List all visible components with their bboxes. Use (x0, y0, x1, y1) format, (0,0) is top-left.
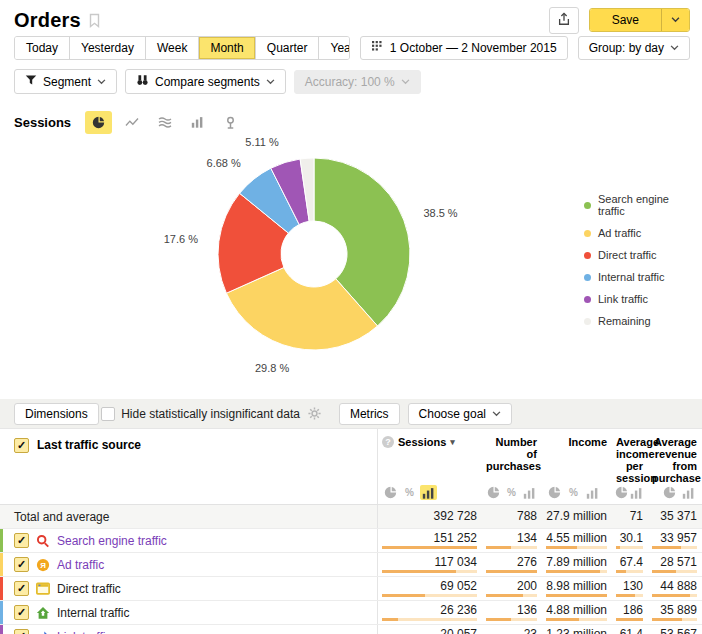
pie-chart-icon[interactable] (661, 485, 678, 500)
percent-icon[interactable]: % (565, 485, 582, 500)
dimension-header-cell: ✓ Last traffic source (0, 429, 377, 504)
map-pin-icon[interactable] (217, 111, 244, 134)
legend-item-internal-traffic[interactable]: Internal traffic (584, 271, 692, 283)
column-header-label: Average income per session (616, 436, 643, 484)
dimensions-button[interactable]: Dimensions (14, 403, 99, 425)
row-checkbox[interactable]: ✓ (14, 533, 29, 548)
metric-cell: 67.4 (612, 553, 648, 576)
traffic-source-link[interactable]: Ad traffic (57, 558, 104, 572)
cell-bar (546, 618, 607, 621)
pie-chart-icon[interactable] (382, 485, 399, 500)
metric-cell: 44 888 (648, 577, 702, 600)
gear-icon[interactable] (308, 407, 321, 420)
column-header-number-of-purchases[interactable]: Number of purchases% (482, 429, 542, 504)
period-tab-yesterday[interactable]: Yesterday (70, 37, 146, 59)
chevron-down-icon (401, 79, 410, 85)
traffic-source-link[interactable]: Internal traffic (57, 606, 129, 620)
help-icon[interactable]: ? (382, 436, 394, 448)
column-header-average-revenue-from-purchase[interactable]: Average revenue from purchase (648, 429, 702, 504)
export-button[interactable] (549, 7, 579, 34)
browser-window-icon (36, 582, 50, 596)
save-dropdown-button[interactable] (661, 9, 689, 31)
stacked-chart-icon[interactable] (151, 111, 178, 134)
column-header-average-income-per-session[interactable]: Average income per session (612, 429, 648, 504)
percent-icon[interactable]: % (504, 485, 520, 500)
bar-chart-icon[interactable] (630, 485, 643, 500)
cell-bar (486, 618, 537, 621)
bar-chart-icon[interactable] (584, 485, 601, 500)
metric-cell: 1.23 million (542, 625, 612, 634)
pie-chart-icon[interactable] (486, 485, 502, 500)
pie-chart-icon[interactable] (85, 111, 112, 134)
traffic-source-link[interactable]: Direct traffic (57, 582, 121, 596)
percent-icon[interactable]: % (401, 485, 418, 500)
legend-item-link-traffic[interactable]: Link traffic (584, 293, 692, 305)
row-checkbox[interactable]: ✓ (14, 605, 29, 620)
chevron-down-icon (670, 45, 679, 51)
bookmark-icon[interactable] (89, 13, 100, 28)
save-button[interactable]: Save (590, 9, 661, 31)
metrics-button[interactable]: Metrics (339, 403, 400, 425)
display-mode-switcher (652, 485, 697, 500)
total-value: 35 371 (648, 505, 702, 528)
period-tab-year[interactable]: Year (319, 37, 349, 59)
legend-item-ad-traffic[interactable]: Ad traffic (584, 227, 692, 239)
row-checkbox[interactable]: ✓ (14, 581, 29, 596)
select-all-checkbox[interactable]: ✓ (14, 438, 29, 453)
dimension-cell: ✓ЯAd traffic (0, 553, 377, 576)
cell-bar (546, 570, 607, 573)
choose-goal-button[interactable]: Choose goal (408, 403, 512, 425)
bar-chart-icon[interactable] (420, 485, 437, 500)
orders-report-page: Orders Save TodayYesterdayWeekMonthQuart… (0, 0, 702, 634)
group-by-button[interactable]: Group: by day (578, 36, 690, 60)
hide-insignificant-checkbox[interactable] (101, 407, 115, 421)
dimension-header-label: Last traffic source (37, 438, 141, 452)
bar-chart-icon[interactable] (184, 111, 211, 134)
pie-label: 5.11 % (245, 137, 279, 148)
chevron-down-icon (671, 17, 680, 23)
metric-cell: 136 (482, 601, 542, 624)
metric-cells: 117 0342767.89 million67.428 571 (377, 553, 702, 576)
bar-chart-icon[interactable] (521, 485, 537, 500)
compare-segments-button[interactable]: Compare segments (125, 69, 286, 94)
display-mode-switcher: % (486, 485, 537, 500)
metric-cell: 61.4 (612, 625, 648, 634)
traffic-source-link[interactable]: Search engine traffic (57, 534, 167, 548)
period-tab-month[interactable]: Month (199, 37, 255, 59)
segment-button[interactable]: Segment (14, 69, 117, 94)
total-value: 71 (612, 505, 648, 528)
metric-cell: 20 057 (378, 625, 482, 634)
table-row-search-engine-traffic: ✓Search engine traffic151 2521344.55 mil… (0, 528, 702, 552)
metric-cell: 33 957 (648, 529, 702, 552)
chevron-down-icon (266, 79, 275, 85)
period-tab-quarter[interactable]: Quarter (256, 37, 320, 59)
pie-chart-icon[interactable] (615, 485, 628, 500)
column-header-label: Income (546, 436, 607, 448)
bar-chart-icon[interactable] (680, 485, 697, 500)
row-checkbox[interactable]: ✓ (14, 629, 29, 634)
legend-item-search-engine-traffic[interactable]: Search engine traffic (584, 193, 692, 217)
date-range-button[interactable]: 1 October — 2 November 2015 (360, 36, 568, 60)
save-split-button: Save (589, 8, 690, 32)
legend-item-direct-traffic[interactable]: Direct traffic (584, 249, 692, 261)
pie-label: 17.6 % (164, 233, 198, 245)
metric-cells: 69 0522008.98 million13044 888 (377, 577, 702, 600)
pie-chart-icon[interactable] (546, 485, 563, 500)
cell-bar (382, 594, 477, 597)
pie-label: 38.5 % (423, 207, 457, 219)
legend-label: Link traffic (598, 293, 648, 305)
column-header-sessions[interactable]: ?Sessions▾% (378, 429, 482, 504)
line-chart-icon[interactable] (118, 111, 145, 134)
row-checkbox[interactable]: ✓ (14, 557, 29, 572)
total-value: 788 (482, 505, 542, 528)
table-body: ✓Search engine traffic151 2521344.55 mil… (0, 528, 702, 634)
filters-row: Segment Compare segments Accuracy: 100 % (0, 60, 702, 94)
traffic-source-link[interactable]: Link traffic (57, 630, 111, 634)
period-tab-week[interactable]: Week (146, 37, 199, 59)
metric-cell: 134 (482, 529, 542, 552)
column-header-income[interactable]: Income% (542, 429, 612, 504)
legend-label: Internal traffic (598, 271, 664, 283)
cell-bar (616, 618, 643, 621)
legend-item-remaining[interactable]: Remaining (584, 315, 692, 327)
period-tab-today[interactable]: Today (15, 37, 70, 59)
